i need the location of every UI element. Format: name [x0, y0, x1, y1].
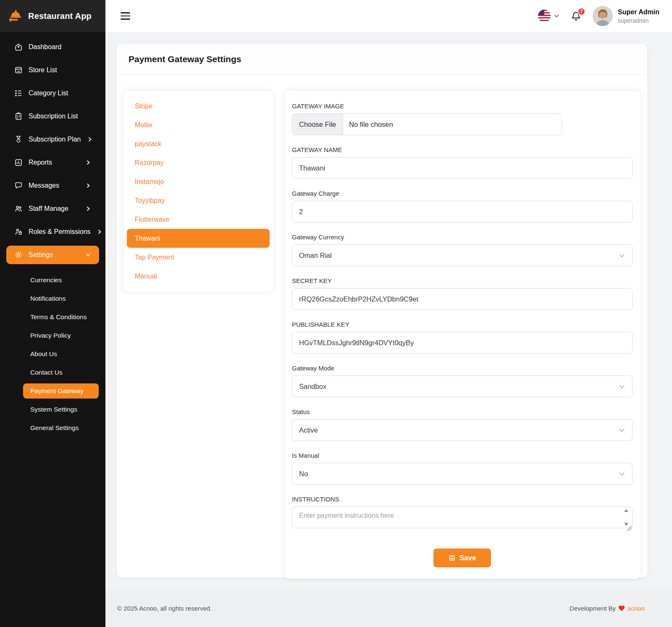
gateway-name-label: GATEWAY NAME — [292, 146, 633, 153]
main-column: 7 Super Admin superadmin Payment Gateway… — [105, 0, 672, 627]
save-button-label: Save — [459, 554, 476, 562]
textarea-scrollbar[interactable] — [623, 509, 629, 526]
sidebar-item-label: Subscription Plan — [29, 136, 81, 143]
acnoo-link[interactable]: acnoo — [627, 605, 645, 612]
clipboard-icon — [14, 112, 23, 121]
sidebar-item-label: Dashboard — [29, 43, 61, 51]
sidebar-subitem-about-us[interactable]: About Us — [0, 346, 99, 362]
footer: © 2025 Acnoo, all rights reserved. Devel… — [105, 589, 672, 627]
sidebar-subitem-currencies[interactable]: Currencies — [0, 273, 99, 288]
sidebar-subitem-payment-gateway[interactable]: Payment Gateway — [23, 383, 99, 399]
chevron-right-icon — [85, 206, 91, 212]
gateway-item-stripe[interactable]: Stripe — [127, 97, 270, 115]
gateway-item-thawani[interactable]: Thawani — [127, 229, 270, 248]
sidebar-item-messages[interactable]: Messages — [6, 176, 99, 195]
category-list-icon — [14, 89, 23, 97]
file-chosen-text: No file chosen — [343, 114, 399, 135]
resize-grip[interactable] — [627, 526, 632, 531]
publishable-key-input[interactable] — [292, 332, 633, 354]
card-header: Payment Gateway Settings — [117, 44, 647, 75]
gateway-charge-field: Gateway Charge — [292, 190, 633, 223]
gateway-image-file-input[interactable]: Choose File No file chosen — [292, 113, 562, 135]
gateway-currency-value: Oman Rial — [299, 252, 332, 260]
sidebar-subitem-contact-us[interactable]: Contact Us — [0, 365, 99, 380]
secret-key-label: SECRET KEY — [292, 277, 633, 284]
sidebar-subitem-terms-conditions[interactable]: Terms & Conditions — [0, 310, 99, 325]
is-manual-select[interactable]: No — [292, 463, 633, 485]
scroll-down-arrow-icon[interactable] — [624, 523, 628, 526]
user-name: Super Admin — [618, 8, 659, 16]
payment-gateway-settings-card: Payment Gateway Settings Stripe Mollie p… — [117, 44, 647, 577]
language-selector[interactable] — [538, 10, 559, 22]
chevron-down-icon — [618, 470, 625, 477]
topbar: 7 Super Admin superadmin — [105, 0, 672, 32]
sidebar-subitem-general-settings[interactable]: General Settings — [0, 420, 99, 435]
notification-badge: 7 — [578, 8, 585, 16]
sidebar-item-staff-manage[interactable]: Staff Manage — [6, 199, 99, 218]
status-select[interactable]: Active — [292, 419, 633, 441]
gateway-item-paystack[interactable]: paystack — [127, 134, 270, 153]
sidebar-item-label: Store List — [29, 66, 57, 74]
gateway-charge-input[interactable] — [292, 201, 633, 223]
page-title: Payment Gateway Settings — [129, 54, 635, 64]
gateway-item-flutterwave[interactable]: Flutterwave — [127, 210, 270, 229]
chart-icon — [14, 158, 23, 167]
secret-key-input[interactable] — [292, 288, 633, 310]
sidebar-item-roles-permissions[interactable]: Roles & Permissions — [6, 223, 99, 241]
chevron-down-icon — [618, 383, 625, 390]
notifications-button[interactable]: 7 — [570, 10, 582, 22]
sidebar-item-label: Roles & Permissions — [29, 228, 91, 236]
users-icon — [14, 205, 23, 213]
instructions-label: INSTRUCTIONS — [292, 496, 633, 503]
is-manual-label: Is Manual — [292, 452, 633, 459]
is-manual-field: Is Manual No — [292, 452, 633, 485]
user-menu[interactable]: Super Admin superadmin — [593, 6, 659, 26]
sidebar-subitem-privacy-policy[interactable]: Privacy Policy — [0, 328, 99, 343]
sidebar-item-store-list[interactable]: Store List — [6, 61, 99, 79]
brand[interactable]: Restaurant App — [0, 0, 105, 32]
sidebar-item-label: Reports — [29, 159, 52, 166]
chevron-down-icon — [618, 427, 625, 434]
gateway-item-mollie[interactable]: Mollie — [127, 115, 270, 134]
gateway-item-instamojo[interactable]: Instamojo — [127, 172, 270, 191]
sidebar-item-reports[interactable]: Reports — [6, 153, 99, 172]
sidebar: Restaurant App Dashboard Store List Cate… — [0, 0, 105, 627]
brand-name: Restaurant App — [28, 11, 92, 21]
sidebar-subitem-system-settings[interactable]: System Settings — [0, 402, 99, 417]
gateway-image-label: GATEWAY IMAGE — [292, 102, 633, 110]
gateway-item-manual[interactable]: Manual — [127, 267, 270, 286]
gateway-mode-select[interactable]: Sandbox — [292, 375, 633, 397]
sidebar-item-subscription-list[interactable]: Subscription List — [6, 107, 99, 126]
sidebar-nav: Dashboard Store List Category List Subsc… — [0, 32, 105, 439]
card-body: Stripe Mollie paystack Razorpay Instamoj… — [117, 75, 647, 596]
gear-icon — [14, 251, 23, 259]
chevron-right-icon — [97, 229, 102, 235]
gateway-item-toyyibpay[interactable]: Toyyibpay — [127, 191, 270, 210]
gateway-currency-select[interactable]: Oman Rial — [292, 244, 633, 266]
us-flag-icon — [538, 10, 551, 22]
sidebar-item-label: Settings — [29, 251, 53, 259]
sidebar-item-dashboard[interactable]: Dashboard — [6, 38, 99, 56]
restaurant-logo-icon — [8, 8, 24, 24]
copyright-text: © 2025 Acnoo, all rights reserved. — [117, 605, 212, 612]
gateway-item-tap-payment[interactable]: Tap Payment — [127, 248, 270, 267]
is-manual-value: No — [299, 470, 308, 478]
scroll-up-arrow-icon[interactable] — [624, 509, 628, 512]
chevron-down-icon — [554, 13, 559, 19]
sidebar-item-settings[interactable]: Settings — [6, 246, 99, 264]
development-by-text: Development By — [570, 605, 616, 612]
sidebar-item-category-list[interactable]: Category List — [6, 84, 99, 102]
save-button[interactable]: Save — [433, 548, 491, 567]
gateway-form: GATEWAY IMAGE Choose File No file chosen… — [285, 91, 640, 579]
sidebar-item-subscription-plan[interactable]: Subscription Plan — [6, 130, 99, 149]
instructions-textarea[interactable] — [292, 506, 633, 528]
user-shield-icon — [14, 228, 23, 236]
medal-icon — [14, 135, 23, 144]
sidebar-subitem-notifications[interactable]: Notifications — [0, 291, 99, 306]
gateway-name-input[interactable] — [292, 157, 633, 179]
choose-file-button[interactable]: Choose File — [292, 114, 343, 135]
development-credit: Development By acnoo — [570, 605, 645, 612]
gateway-currency-field: Gateway Currency Oman Rial — [292, 233, 633, 266]
hamburger-menu-button[interactable] — [119, 10, 132, 21]
gateway-item-razorpay[interactable]: Razorpay — [127, 153, 270, 172]
